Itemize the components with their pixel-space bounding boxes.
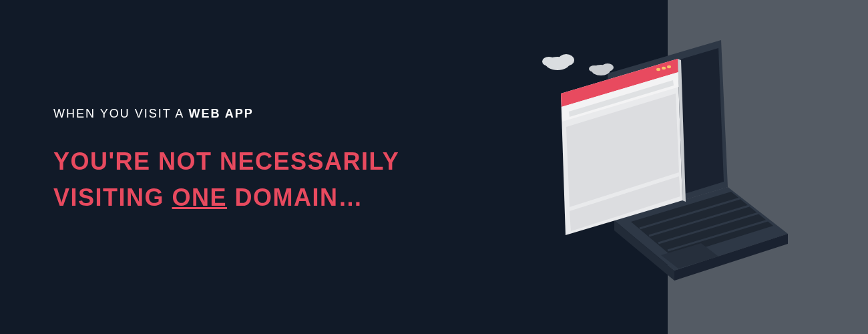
headline-line-2: VISITING ONE DOMAIN… (53, 180, 399, 216)
svg-point-18 (662, 67, 666, 69)
svg-point-4 (602, 63, 614, 71)
svg-point-5 (589, 65, 600, 72)
svg-point-2 (542, 57, 556, 66)
cloud-icon (542, 54, 574, 70)
slide-left-panel: WHEN YOU VISIT A WEB APP YOU'RE NOT NECE… (0, 0, 668, 334)
svg-point-1 (558, 54, 574, 66)
laptop-svg (521, 33, 801, 301)
headline: YOU'RE NOT NECESSARILY VISITING ONE DOMA… (53, 144, 399, 216)
intro-prefix: WHEN YOU VISIT A (53, 107, 188, 120)
headline-l2-b: ONE (172, 184, 228, 211)
svg-point-17 (667, 65, 671, 68)
slide-text-block: WHEN YOU VISIT A WEB APP YOU'RE NOT NECE… (53, 107, 399, 216)
headline-l2-c: DOMAIN… (227, 184, 363, 211)
laptop-illustration (521, 33, 801, 301)
headline-line-1: YOU'RE NOT NECESSARILY (53, 144, 399, 180)
svg-point-19 (656, 68, 660, 71)
intro-line: WHEN YOU VISIT A WEB APP (53, 107, 399, 121)
intro-bold: WEB APP (188, 107, 253, 120)
headline-l2-a: VISITING (53, 184, 172, 211)
